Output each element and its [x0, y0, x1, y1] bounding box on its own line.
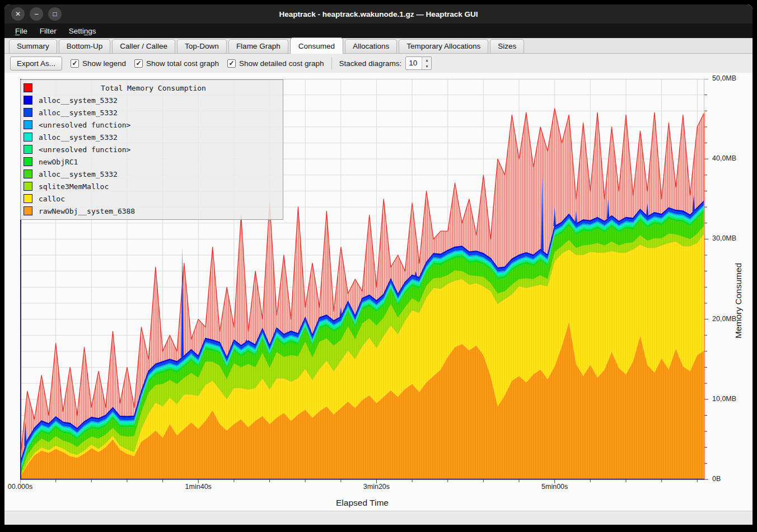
legend-label: <unresolved function>	[39, 145, 130, 154]
legend-item: Total Memory Consumption	[21, 82, 283, 94]
title-bar[interactable]: ✕ – □ Heaptrack - heaptrack.wakunode.1.g…	[4, 4, 753, 23]
legend-label: alloc__system_5332	[39, 96, 118, 105]
toolbar: Export As... ✓Show legend✓Show total cos…	[4, 54, 753, 73]
tab-top-down[interactable]: Top-Down	[177, 39, 227, 53]
menu-file[interactable]: File	[9, 25, 34, 37]
window-title: Heaptrack - heaptrack.wakunode.1.gz — He…	[279, 10, 478, 18]
checkbox-show-detailed-cost-graph[interactable]: ✓Show detailed cost graph	[227, 59, 324, 68]
spin-down-icon[interactable]: ▼	[422, 63, 431, 69]
legend-swatch-icon	[24, 83, 32, 92]
stacked-diagrams-value[interactable]: 10	[406, 57, 422, 69]
legend-swatch-icon	[24, 182, 32, 191]
legend-swatch-icon	[24, 206, 32, 215]
x-tick-label: 1min40s	[185, 483, 212, 491]
legend-label: alloc__system_5332	[39, 109, 118, 117]
close-button[interactable]: ✕	[11, 7, 25, 21]
y-tick-label: 30,0MB	[712, 234, 736, 242]
legend-label: Total Memory Consumption	[39, 84, 283, 92]
spin-buttons: ▲ ▼	[422, 57, 431, 69]
legend-label: <unresolved function>	[39, 121, 130, 129]
checkbox-label: Show detailed cost graph	[239, 59, 324, 68]
legend-swatch-icon	[24, 120, 32, 129]
legend-item: alloc__system_5332	[21, 106, 283, 119]
legend-swatch-icon	[24, 108, 32, 117]
x-tick-label: 00.000s	[8, 483, 32, 491]
legend-item: sqlite3MemMalloc	[21, 180, 283, 192]
tab-sizes[interactable]: Sizes	[490, 39, 524, 53]
y-tick-label: 50,0MB	[712, 74, 736, 82]
x-tick-label: 5min00s	[541, 483, 568, 491]
consumed-chart-panel: Total Memory Consumptionalloc__system_53…	[4, 73, 753, 511]
legend-item: alloc__system_5332	[21, 131, 283, 143]
legend-swatch-icon	[24, 133, 32, 142]
tab-bar: SummaryBottom-UpCaller / CalleeTop-DownF…	[4, 38, 753, 54]
tab-consumed[interactable]: Consumed	[290, 37, 343, 54]
legend-label: alloc__system_5332	[39, 170, 118, 178]
checkbox-label: Show legend	[82, 59, 126, 68]
maximize-button[interactable]: □	[48, 7, 62, 21]
x-tick-label: 3min20s	[363, 483, 390, 491]
chart-legend: Total Memory Consumptionalloc__system_53…	[20, 79, 283, 220]
tab-allocations[interactable]: Allocations	[345, 39, 397, 53]
checkbox-show-legend[interactable]: ✓Show legend	[71, 59, 126, 68]
legend-item: <unresolved function>	[21, 119, 283, 131]
legend-label: newObjRC1	[39, 158, 78, 166]
legend-item: rawNewObj__system_6388	[21, 205, 283, 217]
y-tick-label: 20,0MB	[712, 315, 736, 323]
legend-swatch-icon	[24, 194, 32, 203]
legend-swatch-icon	[24, 170, 32, 178]
y-tick-label: 10,0MB	[712, 395, 736, 403]
stacked-diagrams-label: Stacked diagrams:	[339, 59, 402, 68]
minimize-button[interactable]: –	[30, 7, 43, 21]
legend-swatch-icon	[24, 96, 32, 105]
legend-label: sqlite3MemMalloc	[39, 182, 109, 191]
legend-item: calloc	[21, 192, 283, 205]
legend-label: calloc	[39, 195, 65, 203]
spin-up-icon[interactable]: ▲	[422, 57, 431, 63]
legend-item: alloc__system_5332	[21, 94, 283, 106]
tab-temporary-allocations[interactable]: Temporary Allocations	[399, 39, 488, 53]
legend-label: rawNewObj__system_6388	[39, 207, 135, 215]
menu-settings[interactable]: Settings	[63, 25, 102, 37]
status-bar	[4, 511, 753, 525]
legend-swatch-icon	[24, 145, 32, 154]
checkbox-show-total-cost-graph[interactable]: ✓Show total cost graph	[134, 59, 219, 68]
toolbar-separator	[331, 57, 332, 69]
heaptrack-window: ✕ – □ Heaptrack - heaptrack.wakunode.1.g…	[4, 4, 753, 525]
export-as-button[interactable]: Export As...	[10, 57, 62, 70]
checkbox-label: Show total cost graph	[146, 59, 219, 68]
x-axis-title: Elapsed Time	[20, 498, 704, 508]
checkmark-icon[interactable]: ✓	[227, 59, 236, 68]
menu-bar: FileFilterSettings	[4, 23, 753, 38]
stacked-diagrams-spinbox[interactable]: 10 ▲ ▼	[405, 57, 432, 70]
legend-label: alloc__system_5332	[39, 133, 118, 142]
y-tick-label: 0B	[712, 475, 721, 483]
toolbar-checkboxes: ✓Show legend✓Show total cost graph✓Show …	[71, 59, 324, 68]
checkmark-icon[interactable]: ✓	[134, 59, 143, 68]
checkmark-icon[interactable]: ✓	[71, 59, 79, 68]
tab-flame-graph[interactable]: Flame Graph	[228, 39, 288, 53]
tab-caller-callee[interactable]: Caller / Callee	[112, 39, 175, 53]
y-axis-title: Memory Consumed	[733, 227, 744, 338]
tab-bottom-up[interactable]: Bottom-Up	[59, 39, 111, 53]
window-controls: ✕ – □	[11, 7, 62, 21]
legend-item: newObjRC1	[21, 156, 283, 168]
tab-summary[interactable]: Summary	[9, 39, 57, 53]
y-tick-label: 40,0MB	[712, 154, 736, 162]
legend-swatch-icon	[24, 157, 32, 166]
legend-item: alloc__system_5332	[21, 168, 283, 180]
menu-filter[interactable]: Filter	[34, 25, 63, 37]
legend-item: <unresolved function>	[21, 143, 283, 156]
